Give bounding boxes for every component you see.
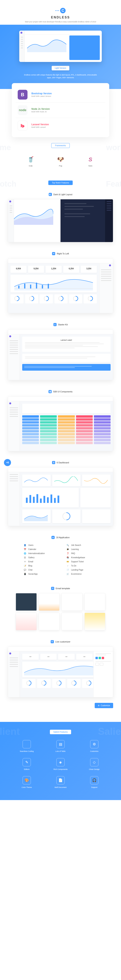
svg-rect-3	[30, 285, 31, 288]
blue-description: Endless comes with unique features like …	[23, 73, 98, 79]
salient-icon: ✎	[23, 758, 31, 766]
rtl-title: Right To Left	[57, 253, 69, 255]
pug-icon: 🐶	[57, 156, 64, 163]
svg-rect-6	[48, 284, 49, 288]
email-template-7[interactable]	[61, 613, 82, 630]
app-item[interactable]: 👤Users	[24, 544, 55, 546]
app-item-label: Support Ticket	[71, 560, 84, 563]
dark-light-feature: ◐ Dark & Light Layout	[0, 189, 121, 248]
email-template-2[interactable]	[39, 593, 60, 611]
dashboard-preview	[19, 30, 102, 62]
email-icon: ✉	[51, 587, 54, 590]
app-item[interactable]: 🖼Gallery	[24, 557, 55, 558]
email-template-6[interactable]	[39, 613, 60, 630]
layout-icon: ◐	[49, 193, 52, 196]
sass-item: S Sass	[87, 156, 94, 167]
svg-rect-7	[26, 498, 28, 503]
app-item[interactable]: 🌐Internationalization	[24, 552, 55, 555]
app-item[interactable]: 📚Knowledgebase	[66, 557, 97, 558]
salient-icon: ◇	[90, 758, 98, 766]
app-item[interactable]: 🛒Ecommerce	[66, 573, 97, 575]
light-version-badge[interactable]: Light Version	[52, 66, 69, 70]
email-template-4[interactable]	[84, 593, 105, 611]
dark-light-title: Dark & Light Layout	[53, 193, 73, 196]
starter-feature: ◎ Starter Kit LAYOUT LIGHT	[0, 319, 121, 386]
customizer-title: Live customizer	[55, 641, 70, 643]
dashboard-icon: ⊞	[52, 461, 55, 464]
app-item-label: Knowledgebase	[71, 557, 85, 558]
version-cards: B Bootstrap Version Build With Latest Ve…	[12, 83, 109, 137]
rtl-feature: ⇄ Right To Left 6,954— 9,254— 1,254— 6,2…	[0, 248, 121, 319]
node-version-row[interactable]: node Node Js Version Build With Node JS	[16, 102, 105, 118]
dashboard-title: 6 Dashboard	[57, 461, 69, 464]
bootstrap-version-row[interactable]: B Bootstrap Version Build With Latest Ve…	[16, 87, 105, 102]
app-item[interactable]: ❓FAQ	[66, 552, 97, 555]
app-item-icon: 📄	[66, 569, 69, 571]
laravel-version-row[interactable]: Laravel Version Build With Laravel	[16, 118, 105, 133]
email-template-8[interactable]	[84, 613, 105, 630]
app-item-label: Internationalization	[28, 552, 45, 555]
email-template-3[interactable]	[61, 593, 82, 611]
stat-1: 6,954	[12, 267, 24, 270]
laravel-title: Laravel Version	[31, 123, 49, 126]
node-desc: Build With Node JS	[31, 111, 50, 113]
salient-label: Rich Components	[45, 768, 76, 770]
starter-heading: LAYOUT LIGHT	[25, 339, 108, 341]
salient-icon: 📄	[56, 776, 65, 784]
laravel-desc: Build With Laravel	[31, 126, 49, 128]
app-item[interactable]: 💬Chat	[24, 569, 55, 571]
starter-screenshot: LAYOUT LIGHT	[8, 329, 113, 380]
salient-label: Well Document	[45, 786, 76, 788]
app-item-label: Chat	[28, 569, 32, 571]
salient-label: Editors	[12, 768, 42, 770]
dashboard-screenshot	[8, 467, 113, 526]
email-template-5[interactable]	[16, 613, 37, 630]
svg-rect-12	[44, 496, 45, 503]
app-item-icon: ✓	[66, 565, 69, 567]
app-item-label: Landing Page	[71, 569, 83, 571]
app-item[interactable]: ✓To-Do	[66, 565, 97, 567]
customizer-screenshot: — — — — —	[8, 646, 113, 697]
dark-light-screenshot	[8, 199, 113, 242]
stat-4: 6,254	[65, 267, 77, 270]
email-title: Email template	[56, 587, 70, 590]
salient-badge: Salient Features	[50, 730, 71, 734]
app-item[interactable]: 📄Landing Page	[66, 569, 97, 571]
salient-icon	[23, 740, 31, 748]
salient-label: Seamless Coding	[12, 750, 42, 752]
app-item[interactable]: 📝Blog	[24, 565, 55, 567]
customize-button[interactable]: ⚙ Customize	[95, 703, 113, 708]
logo: C	[55, 8, 66, 13]
app-item-icon: 🎓	[66, 548, 69, 550]
app-item[interactable]: 🎓Learning	[66, 548, 97, 550]
salient-item: ▤Lots of Table	[45, 740, 76, 752]
gulp-label: Gulp	[27, 165, 34, 167]
svg-rect-14	[50, 495, 52, 503]
rtl-screenshot: 6,954— 9,254— 1,254— 6,254— 3,254—	[8, 258, 113, 313]
stat-3: 1,254	[48, 267, 60, 270]
svg-rect-8	[29, 495, 31, 503]
frameworks-badge: Frameworks	[51, 143, 69, 148]
stat-5: 3,254	[83, 267, 95, 270]
salient-grid: Seamless Coding▤Lots of Table⚙Customize✎…	[4, 740, 117, 788]
app-item-label: Email	[28, 560, 33, 563]
app-item[interactable]: 🎫Support Ticket	[66, 560, 97, 563]
email-templates-grid	[8, 593, 113, 630]
salient-item: Seamless Coding	[12, 740, 42, 752]
app-item-icon: 🔍	[66, 544, 69, 546]
salient-item: 🎨Color Theme	[12, 776, 42, 788]
salient-icon: 🎨	[23, 776, 31, 784]
app-item[interactable]: 📱Social App	[24, 573, 55, 575]
app-item[interactable]: 📅Calender	[24, 548, 55, 550]
bootstrap-desc: Build With Latest Version	[31, 95, 52, 97]
salient-label: Color Theme	[12, 786, 42, 788]
app-item[interactable]: ✉Email	[24, 560, 55, 563]
email-template-1[interactable]	[16, 593, 37, 611]
app-item-label: To-Do	[71, 565, 76, 567]
app-item-label: Blog	[28, 565, 32, 567]
bootstrap-title: Bootstrap Version	[31, 92, 52, 95]
app-item[interactable]: 🔍Job Search	[66, 544, 97, 546]
app-item-label: Learning	[71, 548, 79, 550]
hero-title: ENDLESS	[4, 16, 117, 19]
salient-label: Customize	[79, 750, 109, 752]
